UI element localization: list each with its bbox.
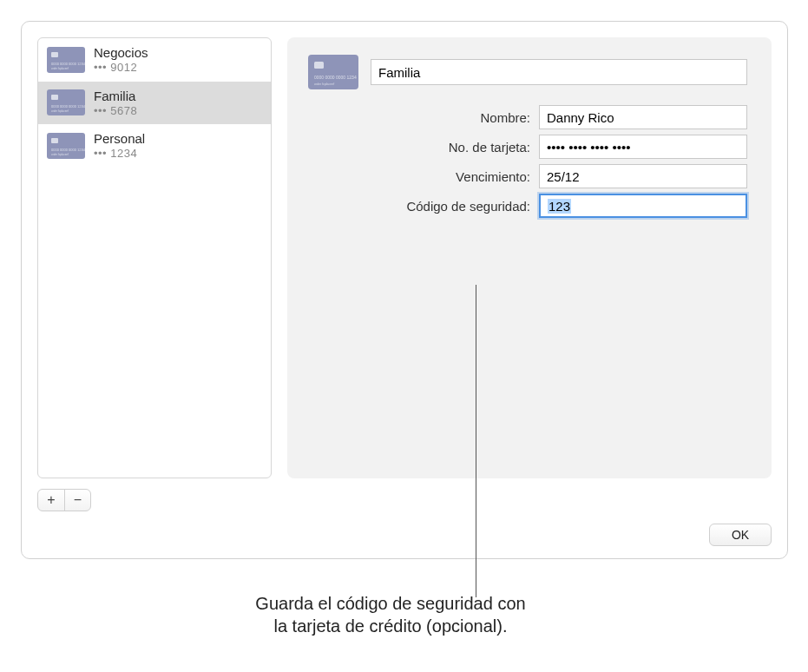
form-rows: Nombre: No. de tarjeta: Vencimiento: Cód… <box>371 105 747 218</box>
card-detail-panel: 0000 0000 0000 1234 order fcplaceef Nomb… <box>287 37 772 478</box>
card-title-input[interactable] <box>371 59 747 85</box>
add-card-button[interactable]: + <box>38 490 64 511</box>
credit-card-settings-window: 0000 0000 0000 1234 order fcplaceef Nego… <box>21 21 788 559</box>
row-number: No. de tarjeta: <box>371 135 747 159</box>
footer-row: + − <box>37 489 772 511</box>
card-item-personal[interactable]: 0000 0000 0000 1234 order fcplaceef Pers… <box>38 124 271 168</box>
svg-rect-9 <box>51 138 58 143</box>
credit-card-icon: 0000 0000 0000 1234 order fcplaceef <box>47 133 85 159</box>
callout-text: Guarda el código de seguridad con la tar… <box>87 592 694 637</box>
security-code-input[interactable]: 123 <box>539 194 747 218</box>
credit-card-icon: 0000 0000 0000 1234 order fcplaceef <box>47 47 85 73</box>
card-item-sub: ••• 5678 <box>94 104 137 118</box>
svg-text:0000 0000 0000 1234: 0000 0000 0000 1234 <box>51 62 85 66</box>
card-item-title: Personal <box>94 131 145 147</box>
svg-text:0000 0000 0000 1234: 0000 0000 0000 1234 <box>314 75 357 80</box>
card-item-negocios[interactable]: 0000 0000 0000 1234 order fcplaceef Nego… <box>38 38 271 82</box>
ok-button[interactable]: OK <box>709 524 772 546</box>
card-list: 0000 0000 0000 1234 order fcplaceef Nego… <box>38 38 271 478</box>
label-security: Código de seguridad: <box>371 199 530 214</box>
row-security: Código de seguridad: 123 <box>371 194 747 218</box>
card-sidebar: 0000 0000 0000 1234 order fcplaceef Nego… <box>37 37 272 478</box>
callout-line1: Guarda el código de seguridad con <box>255 594 525 613</box>
card-number-input[interactable] <box>539 135 747 159</box>
svg-rect-13 <box>314 62 324 69</box>
card-item-info: Familia ••• 5678 <box>94 89 137 118</box>
svg-text:order fcplaceef: order fcplaceef <box>51 67 69 70</box>
card-item-info: Negocios ••• 9012 <box>94 45 148 75</box>
svg-rect-1 <box>51 52 58 57</box>
remove-card-button[interactable]: − <box>64 490 90 511</box>
svg-text:0000 0000 0000 1234: 0000 0000 0000 1234 <box>51 104 85 109</box>
callout-leader-line <box>476 285 476 597</box>
svg-text:order fcplaceef: order fcplaceef <box>51 153 69 156</box>
add-remove-group: + − <box>37 489 91 511</box>
label-expiry: Vencimiento: <box>371 169 530 184</box>
svg-text:order fcplaceef: order fcplaceef <box>51 109 69 113</box>
card-item-title: Familia <box>94 89 137 104</box>
name-input[interactable] <box>539 105 747 129</box>
card-item-title: Negocios <box>94 45 148 61</box>
card-item-info: Personal ••• 1234 <box>94 131 145 161</box>
card-item-sub: ••• 1234 <box>94 147 145 161</box>
svg-text:0000 0000 0000 1234: 0000 0000 0000 1234 <box>51 148 85 152</box>
svg-rect-5 <box>51 95 58 100</box>
credit-card-icon: 0000 0000 0000 1234 order fcplaceef <box>308 55 358 89</box>
row-name: Nombre: <box>371 105 747 129</box>
svg-text:order fcplaceef: order fcplaceef <box>314 82 334 86</box>
expiry-input[interactable] <box>539 164 747 188</box>
card-item-sub: ••• 9012 <box>94 61 148 75</box>
callout-line2: la tarjeta de crédito (opcional). <box>273 616 507 636</box>
label-number: No. de tarjeta: <box>371 140 530 155</box>
security-code-value: 123 <box>548 199 571 214</box>
detail-header: 0000 0000 0000 1234 order fcplaceef <box>308 55 747 89</box>
card-item-familia[interactable]: 0000 0000 0000 1234 order fcplaceef Fami… <box>38 82 271 125</box>
label-name: Nombre: <box>371 110 530 125</box>
credit-card-icon: 0000 0000 0000 1234 order fcplaceef <box>47 89 85 115</box>
content-row: 0000 0000 0000 1234 order fcplaceef Nego… <box>37 37 772 478</box>
row-expiry: Vencimiento: <box>371 164 747 188</box>
